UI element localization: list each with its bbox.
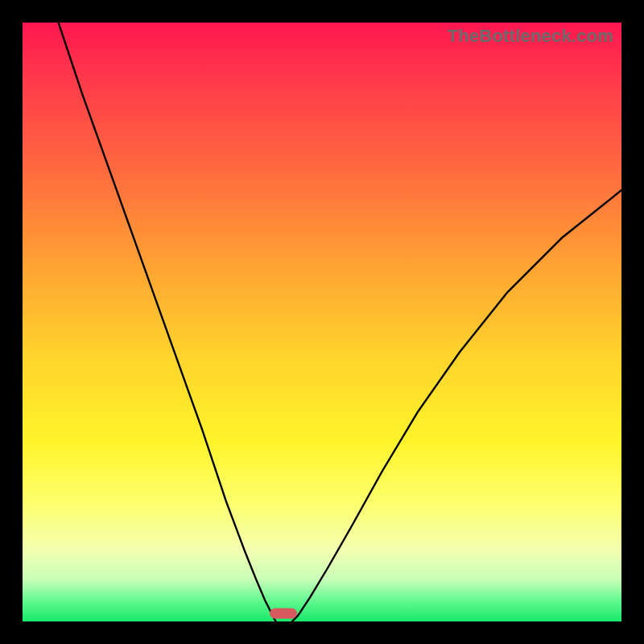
- plot-area: TheBottleneck.com: [23, 23, 621, 621]
- optimum-marker: [270, 608, 297, 618]
- bottleneck-curve: [23, 23, 621, 621]
- watermark-label: TheBottleneck.com: [448, 26, 613, 47]
- curve-path: [59, 23, 621, 621]
- chart-frame: TheBottleneck.com: [0, 0, 644, 644]
